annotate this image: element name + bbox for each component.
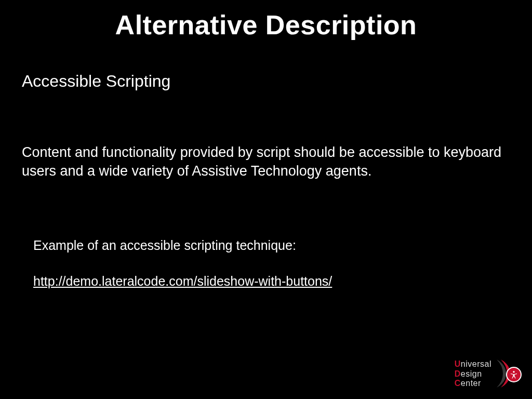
logo-letter-c: C	[455, 379, 461, 388]
example-link[interactable]: http://demo.lateralcode.com/slideshow-wi…	[33, 274, 332, 288]
udc-logo: U niversal D esign C enter	[455, 358, 522, 390]
slide-title: Alternative Description	[0, 0, 532, 41]
logo-graphic	[496, 358, 522, 390]
logo-word-center: enter	[461, 379, 481, 388]
example-section: Example of an accessible scripting techn…	[22, 238, 510, 289]
body-paragraph: Content and functionality provided by sc…	[22, 143, 510, 181]
logo-letter-d: D	[455, 369, 461, 379]
content-area: Accessible Scripting Content and functio…	[0, 41, 532, 289]
logo-text: U niversal D esign C enter	[455, 360, 491, 388]
subtitle: Accessible Scripting	[22, 72, 510, 91]
logo-letter-u: U	[455, 360, 461, 369]
logo-word-universal: niversal	[461, 360, 491, 369]
svg-point-0	[513, 371, 514, 373]
example-label: Example of an accessible scripting techn…	[33, 238, 510, 253]
accessibility-icon	[506, 367, 522, 382]
logo-word-design: esign	[461, 369, 482, 379]
